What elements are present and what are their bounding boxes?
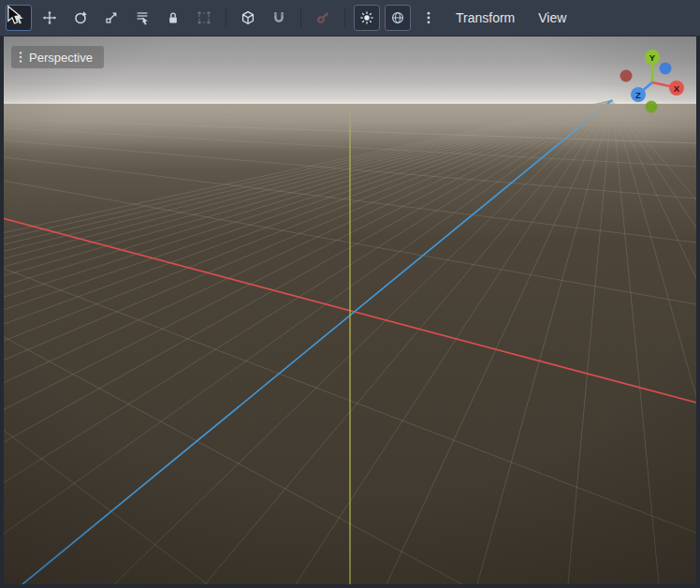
globe-icon xyxy=(390,10,405,25)
axis-x-label: X xyxy=(674,83,680,94)
axis-y-ball[interactable]: Y xyxy=(645,50,660,65)
key-icon xyxy=(315,10,330,25)
magnet-icon xyxy=(271,10,286,25)
axis-neg-z-ball[interactable] xyxy=(660,63,672,75)
scale-icon xyxy=(104,10,119,25)
menu-transform[interactable]: Transform xyxy=(446,5,524,31)
rotate-icon xyxy=(73,10,88,25)
sun-icon xyxy=(359,10,374,25)
view-label: Perspective xyxy=(29,51,93,65)
cube-icon xyxy=(241,10,255,25)
axis-x-ball[interactable]: X xyxy=(669,81,684,96)
axis-neg-x-ball[interactable] xyxy=(620,70,633,82)
orientation-gizmo[interactable]: Y X Z xyxy=(601,40,691,130)
preview-sun-toggle-button[interactable] xyxy=(354,5,380,31)
rotate-tool-button[interactable] xyxy=(67,5,94,31)
lock-icon xyxy=(166,10,181,25)
group-tool-button[interactable] xyxy=(191,5,217,31)
axis-neg-y-ball[interactable] xyxy=(646,101,658,113)
lock-tool-button[interactable] xyxy=(160,5,186,31)
move-tool-button[interactable] xyxy=(36,5,63,31)
local-space-toggle-button[interactable] xyxy=(235,5,261,31)
list-cursor-icon xyxy=(135,10,150,25)
extra-options-menu-button[interactable] xyxy=(416,5,442,31)
select-tool-button[interactable] xyxy=(6,5,32,31)
toolbar-separator xyxy=(226,8,226,27)
grid-and-axes xyxy=(4,37,696,584)
cursor-icon xyxy=(11,10,26,25)
group-icon xyxy=(197,10,211,25)
kebab-icon xyxy=(16,50,25,65)
preview-environment-toggle-button[interactable] xyxy=(385,5,411,31)
axis-z-label: Z xyxy=(635,90,641,100)
viewport-3d[interactable]: Perspective Y X Z xyxy=(4,37,696,584)
snap-toggle-button[interactable] xyxy=(266,5,292,31)
perspective-menu-button[interactable]: Perspective xyxy=(11,46,104,68)
kebab-icon xyxy=(421,10,436,25)
scale-tool-button[interactable] xyxy=(98,5,124,31)
viewport-toolbar: Transform View xyxy=(0,0,700,37)
axis-y-label: Y xyxy=(649,52,656,63)
list-select-tool-button[interactable] xyxy=(129,5,155,31)
toolbar-separator xyxy=(300,8,301,27)
axis-z-ball[interactable]: Z xyxy=(631,87,646,102)
animation-key-button[interactable] xyxy=(310,5,336,31)
toolbar-separator xyxy=(344,8,345,27)
move-arrows-icon xyxy=(42,10,57,25)
menu-view[interactable]: View xyxy=(529,5,576,31)
